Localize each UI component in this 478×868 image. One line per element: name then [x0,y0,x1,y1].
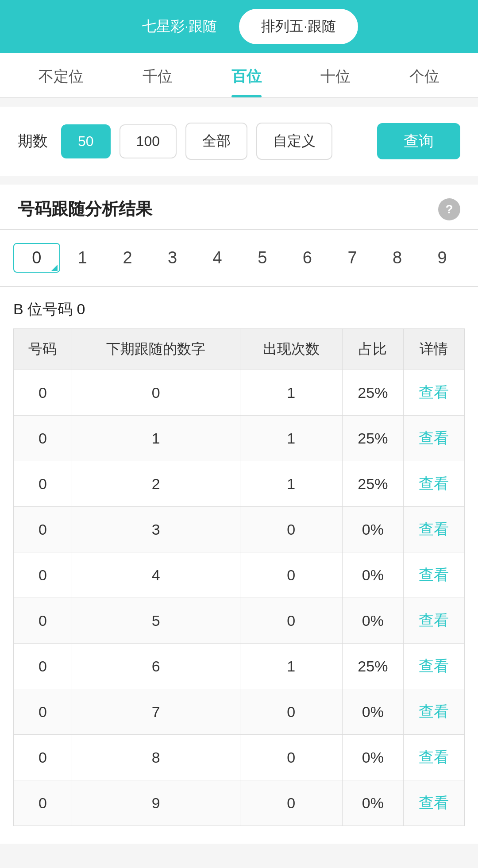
cell-ratio: 25% [342,416,403,461]
col-next: 下期跟随的数字 [72,329,240,370]
tab-gewei[interactable]: 个位 [409,66,439,97]
cell-haoma: 0 [14,416,72,461]
analysis-title: 号码跟随分析结果 [18,198,152,220]
number-item-5[interactable]: 5 [240,244,285,272]
table-row: 0800%查看 [14,735,465,780]
period-section: 期数 50 100 全部 自定义 查询 [0,107,478,176]
cell-count: 0 [240,689,342,735]
help-icon[interactable]: ? [438,198,460,220]
position-tabs: 不定位 千位 百位 十位 个位 [0,53,478,98]
cell-detail[interactable]: 查看 [403,416,464,461]
cell-next: 7 [72,689,240,735]
table-row: 0300%查看 [14,507,465,552]
cell-detail[interactable]: 查看 [403,461,464,507]
col-detail: 详情 [403,329,464,370]
cell-ratio: 25% [342,370,403,416]
col-haoma: 号码 [14,329,72,370]
cell-count: 1 [240,461,342,507]
tab-pailiewu[interactable]: 排列五·跟随 [239,9,358,44]
tab-shiwei[interactable]: 十位 [320,66,351,97]
cell-next: 4 [72,552,240,598]
cell-count: 0 [240,552,342,598]
period-label: 期数 [18,131,48,151]
cell-ratio: 0% [342,735,403,780]
cell-next: 0 [72,370,240,416]
analysis-table: 号码 下期跟随的数字 出现次数 占比 详情 00125%查看01125%查看02… [13,328,465,826]
table-row: 0500%查看 [14,598,465,644]
number-selector: 0 1 2 3 4 5 6 7 8 9 [0,230,478,287]
cell-count: 0 [240,507,342,552]
cell-next: 9 [72,780,240,826]
table-section-title: B 位号码 0 [13,287,465,328]
cell-ratio: 0% [342,689,403,735]
cell-next: 5 [72,598,240,644]
cell-haoma: 0 [14,735,72,780]
cell-count: 0 [240,735,342,780]
number-item-9[interactable]: 9 [420,244,465,272]
table-row: 02125%查看 [14,461,465,507]
cell-ratio: 0% [342,780,403,826]
tab-qixingcai[interactable]: 七星彩·跟随 [120,9,239,44]
header-tabs: 七星彩·跟随 排列五·跟随 [120,9,358,44]
cell-count: 1 [240,370,342,416]
cell-ratio: 0% [342,507,403,552]
cell-haoma: 0 [14,644,72,689]
cell-count: 1 [240,416,342,461]
cell-detail[interactable]: 查看 [403,370,464,416]
cell-haoma: 0 [14,598,72,644]
table-row: 0700%查看 [14,689,465,735]
cell-detail[interactable]: 查看 [403,689,464,735]
col-ratio: 占比 [342,329,403,370]
cell-detail[interactable]: 查看 [403,780,464,826]
tab-baiwei[interactable]: 百位 [231,66,262,97]
period-btn-all[interactable]: 全部 [185,123,247,160]
number-item-2[interactable]: 2 [105,244,150,272]
query-button[interactable]: 查询 [377,123,460,159]
col-count: 出现次数 [240,329,342,370]
header: 七星彩·跟随 排列五·跟随 [0,0,478,53]
cell-detail[interactable]: 查看 [403,735,464,780]
cell-ratio: 25% [342,461,403,507]
cell-detail[interactable]: 查看 [403,598,464,644]
number-item-7[interactable]: 7 [330,244,375,272]
cell-haoma: 0 [14,689,72,735]
cell-count: 0 [240,780,342,826]
cell-haoma: 0 [14,507,72,552]
cell-next: 6 [72,644,240,689]
cell-ratio: 25% [342,644,403,689]
analysis-header: 号码跟随分析结果 ? [0,185,478,230]
table-row: 0400%查看 [14,552,465,598]
tab-budingwei[interactable]: 不定位 [39,66,84,97]
period-btn-custom[interactable]: 自定义 [256,123,332,160]
table-container: B 位号码 0 号码 下期跟随的数字 出现次数 占比 详情 00125%查看01… [0,287,478,844]
cell-detail[interactable]: 查看 [403,507,464,552]
number-item-8[interactable]: 8 [375,244,420,272]
cell-haoma: 0 [14,370,72,416]
tab-qianwei[interactable]: 千位 [143,66,173,97]
cell-next: 8 [72,735,240,780]
period-btn-100[interactable]: 100 [120,124,177,158]
cell-haoma: 0 [14,461,72,507]
cell-detail[interactable]: 查看 [403,644,464,689]
cell-count: 0 [240,598,342,644]
number-item-0[interactable]: 0 [13,243,60,273]
cell-haoma: 0 [14,780,72,826]
number-item-4[interactable]: 4 [195,244,240,272]
table-row: 01125%查看 [14,416,465,461]
cell-detail[interactable]: 查看 [403,552,464,598]
cell-ratio: 0% [342,552,403,598]
table-row: 06125%查看 [14,644,465,689]
period-btn-50[interactable]: 50 [61,124,111,158]
table-row: 0900%查看 [14,780,465,826]
cell-count: 1 [240,644,342,689]
cell-ratio: 0% [342,598,403,644]
number-item-1[interactable]: 1 [60,244,105,272]
cell-next: 1 [72,416,240,461]
cell-next: 3 [72,507,240,552]
cell-haoma: 0 [14,552,72,598]
number-item-3[interactable]: 3 [150,244,195,272]
table-row: 00125%查看 [14,370,465,416]
table-header-row: 号码 下期跟随的数字 出现次数 占比 详情 [14,329,465,370]
number-item-6[interactable]: 6 [285,244,330,272]
cell-next: 2 [72,461,240,507]
